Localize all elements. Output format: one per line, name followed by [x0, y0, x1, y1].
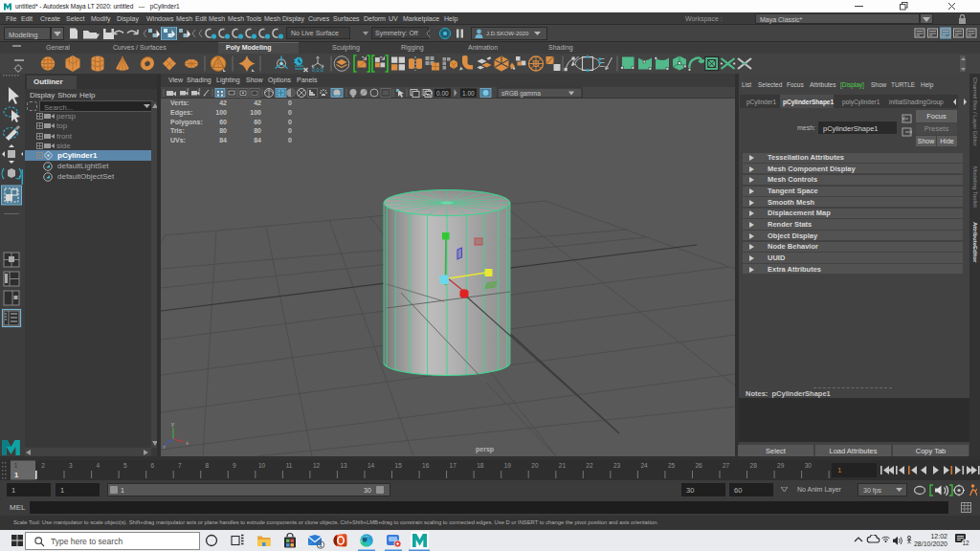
svg-text:1: 1 — [14, 462, 18, 469]
svg-text:20: 20 — [531, 462, 539, 469]
svg-text:y: y — [171, 421, 174, 427]
svg-text:22: 22 — [586, 462, 593, 469]
svg-text:100: 100 — [215, 109, 227, 116]
svg-text:19: 19 — [504, 462, 512, 469]
svg-text:100: 100 — [250, 109, 261, 116]
svg-text:1: 1 — [319, 541, 323, 548]
svg-text:persp: persp — [476, 446, 494, 453]
svg-text:4: 4 — [198, 87, 201, 92]
svg-text:sRGB gamma: sRGB gamma — [501, 90, 541, 98]
svg-text:12: 12 — [313, 462, 321, 469]
svg-text:16: 16 — [422, 462, 430, 469]
svg-text:29: 29 — [777, 462, 785, 469]
svg-text:6: 6 — [150, 462, 154, 469]
svg-text:4: 4 — [187, 87, 189, 92]
svg-text:9: 9 — [233, 462, 236, 469]
svg-text:80: 80 — [254, 127, 261, 134]
svg-text:24: 24 — [640, 462, 648, 469]
svg-text:UVs:: UVs: — [170, 137, 186, 143]
svg-text:17: 17 — [450, 462, 457, 469]
svg-text:27: 27 — [723, 462, 730, 469]
svg-text:4: 4 — [96, 462, 100, 469]
svg-text:0: 0 — [288, 127, 292, 134]
svg-text:3: 3 — [69, 462, 73, 469]
svg-text:0.00: 0.00 — [436, 90, 449, 97]
svg-text:8: 8 — [206, 462, 210, 469]
svg-text:18: 18 — [477, 462, 484, 469]
svg-text:84: 84 — [254, 137, 261, 143]
svg-text:1.00: 1.00 — [462, 90, 475, 97]
svg-text:21: 21 — [559, 462, 567, 469]
svg-text:13: 13 — [340, 462, 347, 469]
svg-text:1: 1 — [14, 471, 18, 479]
svg-text:0: 0 — [288, 109, 292, 116]
svg-text:23: 23 — [613, 462, 621, 469]
svg-text:12: 12 — [962, 540, 969, 546]
svg-text:60: 60 — [219, 119, 227, 125]
svg-text:7: 7 — [178, 462, 182, 469]
svg-text:26: 26 — [695, 462, 702, 469]
svg-text:5: 5 — [123, 462, 127, 469]
svg-text:0: 0 — [288, 99, 292, 106]
svg-text:Edges:: Edges: — [170, 109, 192, 117]
svg-text:0: 0 — [288, 137, 292, 143]
svg-text:84: 84 — [219, 137, 227, 143]
svg-text:Polygons:: Polygons: — [170, 119, 203, 126]
svg-text:42: 42 — [254, 99, 261, 106]
svg-text:80: 80 — [219, 127, 227, 134]
svg-text:60: 60 — [254, 119, 261, 125]
svg-text:42: 42 — [219, 99, 227, 106]
svg-text:14: 14 — [368, 462, 375, 469]
svg-text:28: 28 — [750, 462, 758, 469]
svg-text:z: z — [163, 444, 166, 450]
svg-text:10: 10 — [258, 462, 266, 469]
svg-text:30: 30 — [805, 462, 813, 469]
svg-text:Verts:: Verts: — [170, 99, 189, 106]
svg-text:x: x — [186, 440, 189, 446]
svg-text:Tris:: Tris: — [170, 127, 185, 134]
svg-text:25: 25 — [668, 462, 676, 469]
svg-text:15: 15 — [395, 462, 403, 469]
svg-text:0,0,0: 0,0,0 — [312, 67, 323, 73]
svg-text:2: 2 — [41, 462, 45, 469]
svg-text:0: 0 — [288, 119, 292, 125]
svg-text:11: 11 — [286, 462, 293, 469]
